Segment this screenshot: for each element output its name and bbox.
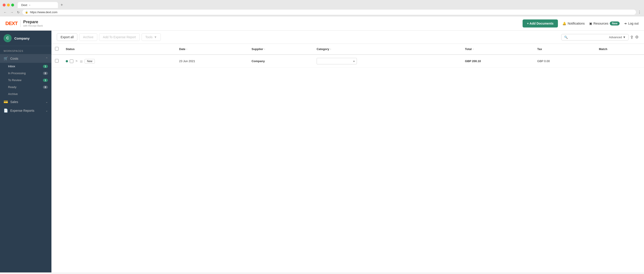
add-documents-button[interactable]: + Add Documents: [522, 19, 558, 27]
category-sort-icon: ↕: [330, 48, 331, 50]
back-btn[interactable]: ←: [3, 10, 8, 14]
status-badge: New: [84, 59, 95, 63]
cart-icon: 🛒: [4, 56, 8, 60]
new-tab-btn[interactable]: +: [59, 2, 65, 8]
advanced-label: Advanced: [609, 35, 622, 39]
table-row: ⚑ ▦ New 23 Jun 2021 Company: [52, 54, 644, 68]
dext-logo: DEXT: [5, 20, 18, 26]
tools-label: Tools: [145, 35, 153, 39]
match-cell: [595, 54, 644, 68]
window-controls: [3, 3, 14, 6]
url-bar[interactable]: 🔒 https://www.dext.com: [22, 9, 636, 15]
total-cell: GBP 200.10: [461, 54, 534, 68]
app-name: Prepare: [23, 20, 43, 24]
sidebar-item-costs[interactable]: 🛒 Costs ⌃: [0, 54, 52, 63]
inbox-badge: 1: [43, 65, 48, 68]
forward-btn[interactable]: →: [10, 10, 14, 14]
status-dot: [66, 60, 68, 62]
minimize-window-btn[interactable]: [7, 3, 10, 6]
th-status: Status: [62, 44, 176, 54]
sidebar-item-to-review[interactable]: To Review 1: [0, 77, 52, 84]
tab-close-btn[interactable]: ×: [29, 4, 30, 6]
header-actions: + Add Documents 🔔 Notifications ▣ Resour…: [522, 19, 639, 27]
app-header: DEXT Prepare with Receipt Bank + Add Doc…: [0, 16, 644, 31]
add-to-expense-report-button[interactable]: Add To Expense Report: [99, 33, 140, 41]
select-all-checkbox[interactable]: [55, 47, 58, 50]
browser-chrome: Dext × + ← → ↻ 🔒 https://www.dext.com ⋮: [0, 0, 644, 16]
tab-bar: Dext × +: [0, 0, 644, 8]
maximize-window-btn[interactable]: [11, 3, 14, 6]
toolbar-left: Export all Archive Add To Expense Report…: [57, 33, 161, 41]
expense-icon: 📄: [4, 108, 8, 113]
browser-more-btn[interactable]: ⋮: [638, 10, 641, 14]
advanced-search-button[interactable]: Advanced ▼: [609, 35, 626, 39]
th-match: Match: [595, 44, 644, 54]
search-box: 🔍 Advanced ▼: [561, 34, 628, 40]
sidebar-item-inbox[interactable]: Inbox 1: [0, 63, 52, 70]
image-icon[interactable]: ▦: [80, 59, 83, 63]
search-input[interactable]: [570, 35, 607, 39]
sidebar-item-ready[interactable]: Ready 0: [0, 84, 52, 90]
category-select[interactable]: [317, 58, 357, 64]
th-tax: Tax: [534, 44, 596, 54]
row-select-checkbox[interactable]: [70, 59, 73, 63]
table-settings-button[interactable]: ⚙: [635, 35, 639, 39]
sales-icon: 💳: [4, 100, 8, 104]
tools-dropdown-icon: ▼: [154, 35, 157, 39]
reload-btn[interactable]: ↻: [16, 10, 20, 14]
expense-chevron-icon: ⌄: [46, 109, 48, 112]
logout-button[interactable]: ➔ Log out: [624, 22, 639, 25]
resources-label: Resources: [594, 22, 608, 25]
costs-chevron-icon: ⌃: [46, 57, 48, 60]
tax-cell: GBP 0.00: [534, 54, 596, 68]
sidebar-item-sales[interactable]: 💳 Sales ⌄: [0, 97, 52, 106]
th-date[interactable]: Date ↕: [176, 44, 248, 54]
in-processing-label: In Processing: [8, 71, 26, 75]
expense-reports-label: Expense Reports: [10, 109, 34, 112]
row-checkbox[interactable]: [55, 59, 58, 63]
category-cell: [313, 54, 461, 68]
logout-label: Log out: [628, 22, 639, 25]
tab-title: Dext: [21, 3, 27, 7]
items-table: Status Date ↕ Supplier: [52, 44, 644, 68]
bell-icon: 🔔: [562, 22, 566, 25]
logo-divider: [20, 20, 20, 27]
app: DEXT Prepare with Receipt Bank + Add Doc…: [0, 16, 644, 273]
url-text: https://www.dext.com: [30, 10, 58, 14]
sidebar-item-in-processing[interactable]: In Processing 0: [0, 70, 52, 77]
new-badge: New: [610, 21, 620, 25]
lock-icon: 🔒: [25, 11, 28, 14]
close-window-btn[interactable]: [3, 3, 6, 6]
export-all-button[interactable]: Export all: [57, 33, 77, 41]
search-icon: 🔍: [564, 35, 568, 39]
resources-button[interactable]: ▣ Resources New: [589, 21, 620, 25]
app-sub: with Receipt Bank: [23, 24, 43, 27]
th-category[interactable]: Category ↕: [313, 44, 461, 54]
in-processing-badge: 0: [43, 72, 48, 75]
supplier-cell: Company: [248, 54, 313, 68]
tools-button[interactable]: Tools ▼: [142, 33, 161, 41]
ready-badge: 0: [43, 86, 48, 89]
th-supplier[interactable]: Supplier ↕: [248, 44, 313, 54]
to-review-label: To Review: [8, 78, 22, 82]
address-bar: ← → ↻ 🔒 https://www.dext.com ⋮: [0, 8, 644, 16]
sidebar-item-expense-reports[interactable]: 📄 Expense Reports ⌄: [0, 106, 52, 115]
date-sort-icon: ↕: [186, 48, 188, 50]
main-layout: C Company WORKSPACES 🛒 Costs ⌃ Inbox 1 I…: [0, 31, 644, 273]
sidebar-item-archive[interactable]: Archive: [0, 90, 52, 97]
browser-tab[interactable]: Dext ×: [18, 2, 58, 8]
table-area: Status Date ↕ Supplier: [52, 44, 644, 273]
th-total[interactable]: Total ↕: [461, 44, 534, 54]
sidebar: C Company WORKSPACES 🛒 Costs ⌃ Inbox 1 I…: [0, 31, 52, 273]
flag-icon[interactable]: ⚑: [75, 59, 78, 63]
inbox-label: Inbox: [8, 65, 15, 68]
logout-icon: ➔: [624, 22, 627, 25]
notifications-button[interactable]: 🔔 Notifications: [562, 22, 584, 25]
sales-label: Sales: [10, 100, 18, 104]
archive-label: Archive: [8, 92, 18, 96]
archive-button[interactable]: Archive: [79, 33, 97, 41]
to-review-badge: 1: [43, 79, 48, 82]
table-body: ⚑ ▦ New 23 Jun 2021 Company: [52, 54, 644, 68]
filter-button[interactable]: ⚴: [630, 35, 633, 39]
logo-section: DEXT Prepare with Receipt Bank: [5, 20, 43, 27]
